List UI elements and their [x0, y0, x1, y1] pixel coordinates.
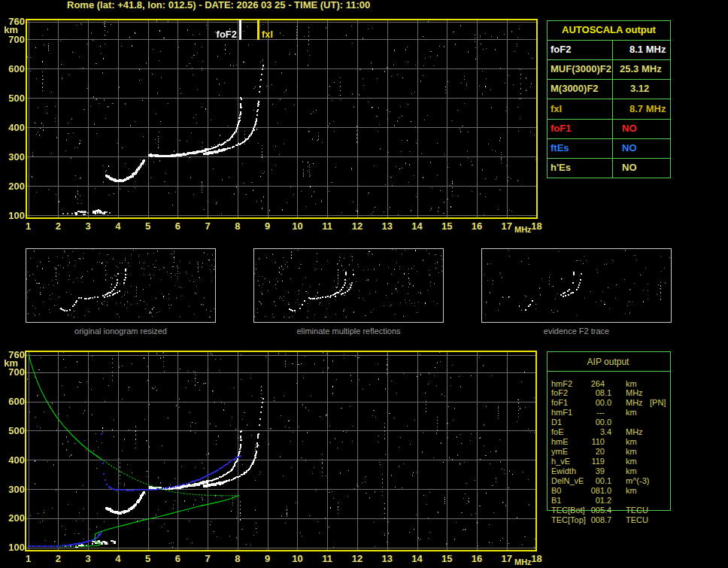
ionogram-bottom-plot: [26, 352, 535, 550]
aip-parameter-value: 00: [585, 398, 605, 407]
aip-parameter-unit: TECU: [626, 506, 648, 515]
aip-parameter-value-fraction: .0: [605, 486, 611, 495]
parameter-value: 8.1 MHz: [629, 44, 666, 55]
aip-parameter-value-fraction: .1: [605, 476, 611, 485]
x-tick-label: 4: [108, 222, 128, 231]
aip-parameter-value: 01: [585, 496, 605, 505]
aip-parameter-value: 005: [585, 506, 605, 515]
x-tick-label: 6: [168, 222, 187, 231]
x-tick-label: 13: [378, 222, 397, 231]
mini-panel-evidence-f2-trace-plot: [482, 249, 671, 322]
y-tick-label: 300: [0, 485, 25, 494]
x-tick-label: 4: [108, 554, 128, 563]
parameter-name: ftEs: [551, 143, 569, 153]
aip-table-header-divider: [547, 371, 671, 372]
page-title: Rome (lat: +41.8, lon: 012.5) - DATE: 20…: [67, 0, 370, 11]
x-tick-label: 5: [138, 554, 158, 563]
fxI-marker-label: fxI: [262, 30, 273, 39]
y-tick-label: 700: [0, 368, 25, 376]
aip-parameter-name: D1: [551, 418, 562, 427]
y-axis-unit-label: km: [0, 359, 18, 367]
aip-parameter-unit: km: [626, 408, 637, 417]
aip-parameter-name: foF2: [551, 388, 568, 397]
foF2-marker-label: foF2: [203, 30, 237, 39]
aip-parameter-name: h_vE: [551, 457, 570, 466]
autoscala-table-title: AUTOSCALA output: [548, 21, 670, 39]
x-axis-unit-label: MHz: [514, 558, 532, 566]
aip-parameter-name: ymE: [551, 447, 568, 456]
aip-parameter-value: 00: [585, 418, 605, 427]
parameter-name: h'Es: [551, 163, 571, 173]
x-tick-label: 5: [138, 222, 158, 231]
aip-parameter-value: ---: [585, 408, 605, 417]
aip-parameter-name: foE: [551, 427, 564, 436]
y-tick-label: 500: [0, 94, 25, 102]
aip-parameter-name: Ewidth: [551, 466, 576, 475]
aip-parameter-unit: TECU: [626, 515, 648, 524]
x-tick-label: 15: [437, 554, 457, 563]
parameter-name: foF1: [551, 123, 571, 134]
x-tick-label: 6: [168, 554, 187, 563]
aip-parameter-value: 008: [585, 515, 605, 524]
parameter-value: 3.12: [630, 84, 649, 94]
x-tick-label: 13: [378, 554, 397, 563]
x-tick-label: 1: [19, 554, 38, 563]
x-tick-label: 16: [467, 554, 487, 563]
x-tick-label: 16: [467, 222, 487, 231]
table-row-divider: [548, 119, 670, 120]
y-tick-label: 600: [0, 65, 25, 73]
x-tick-label: 10: [287, 222, 307, 231]
foF2-marker-line: [239, 20, 241, 40]
aip-parameter-value: 3: [585, 427, 605, 436]
x-tick-label: 12: [347, 222, 367, 231]
aip-parameter-value: 110: [585, 437, 605, 446]
x-tick-label: 1: [19, 222, 38, 231]
aip-parameter-value: 119: [585, 457, 605, 466]
aip-parameter-value-fraction: .0: [605, 418, 611, 427]
y-tick-label: 200: [0, 514, 25, 522]
parameter-value: NO: [622, 163, 637, 173]
x-tick-label: 14: [408, 554, 427, 563]
x-tick-label: 15: [437, 222, 457, 231]
y-tick-label: 600: [0, 397, 25, 405]
aip-parameter-unit: MHz: [626, 398, 643, 407]
fxI-marker-line: [257, 20, 259, 40]
aip-parameter-unit: MHz: [626, 388, 643, 397]
parameter-value: 8.7 MHz: [629, 104, 666, 114]
aip-parameter-unit: km: [626, 457, 637, 466]
table-row-divider: [548, 158, 670, 159]
y-tick-label: 400: [0, 456, 25, 464]
parameter-name: foF2: [551, 44, 571, 55]
parameter-name: M(3000)F2: [551, 84, 599, 94]
x-tick-label: 2: [48, 554, 68, 563]
aip-parameter-unit: km: [626, 379, 637, 388]
x-tick-label: 14: [408, 222, 427, 231]
x-tick-label: 9: [258, 222, 278, 231]
aip-parameter-value: 20: [585, 447, 605, 456]
y-tick-label: 700: [0, 35, 25, 44]
aip-parameter-name: hmF2: [551, 379, 572, 388]
aip-parameter-unit: m^(-3): [626, 476, 649, 485]
x-tick-label: 7: [198, 222, 217, 231]
table-column-divider: [612, 40, 613, 178]
aip-parameter-unit: km: [626, 447, 637, 456]
parameter-value: 25.3 MHz: [620, 64, 662, 74]
aip-parameter-unit: km: [626, 437, 637, 446]
x-tick-label: 17: [497, 554, 517, 563]
aip-parameter-value-fraction: .2: [605, 496, 611, 505]
aip-parameter-name: DelN_vE: [551, 476, 584, 485]
aip-parameter-name: foF1: [551, 398, 568, 407]
aip-parameter-unit: km: [626, 466, 637, 475]
aip-parameter-value: 081: [585, 486, 605, 495]
aip-parameter-unit: MHz: [626, 427, 643, 436]
ionogram-top-plot: [27, 20, 536, 217]
x-tick-label: 3: [78, 222, 98, 231]
table-row-divider: [548, 40, 670, 41]
aip-parameter-name: hmF1: [551, 408, 572, 417]
aip-parameter-value: 00: [585, 476, 605, 485]
aip-parameter-value-fraction: .1: [605, 388, 611, 397]
x-axis-unit-label: MHz: [514, 226, 532, 233]
parameter-value: NO: [622, 143, 637, 153]
aip-parameter-name: B1: [551, 496, 561, 505]
x-tick-label: 10: [287, 554, 307, 563]
